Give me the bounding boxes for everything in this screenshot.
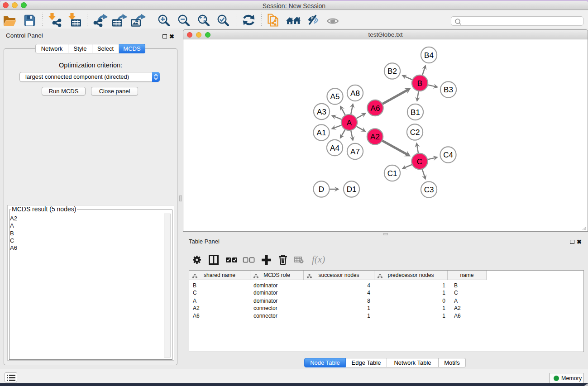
svg-text:B: B [417, 79, 422, 88]
svg-text:C2: C2 [410, 128, 420, 137]
svg-text:D: D [319, 185, 324, 194]
svg-text:A1: A1 [317, 129, 326, 137]
svg-text:C4: C4 [443, 151, 453, 159]
svg-text:C1: C1 [387, 169, 397, 178]
svg-text:C: C [417, 157, 422, 166]
svg-text:D1: D1 [347, 185, 357, 194]
svg-text:A5: A5 [330, 92, 340, 101]
svg-text:B3: B3 [444, 86, 453, 94]
svg-text:A6: A6 [371, 104, 380, 113]
svg-text:B4: B4 [424, 51, 434, 60]
svg-text:C3: C3 [424, 186, 434, 194]
svg-text:A7: A7 [350, 148, 360, 156]
svg-text:A2: A2 [370, 133, 380, 141]
svg-text:A: A [347, 119, 352, 127]
svg-text:A4: A4 [330, 144, 339, 152]
svg-text:B1: B1 [411, 108, 420, 117]
svg-text:B2: B2 [387, 67, 397, 76]
svg-text:A3: A3 [317, 108, 326, 116]
svg-text:A8: A8 [350, 89, 360, 98]
